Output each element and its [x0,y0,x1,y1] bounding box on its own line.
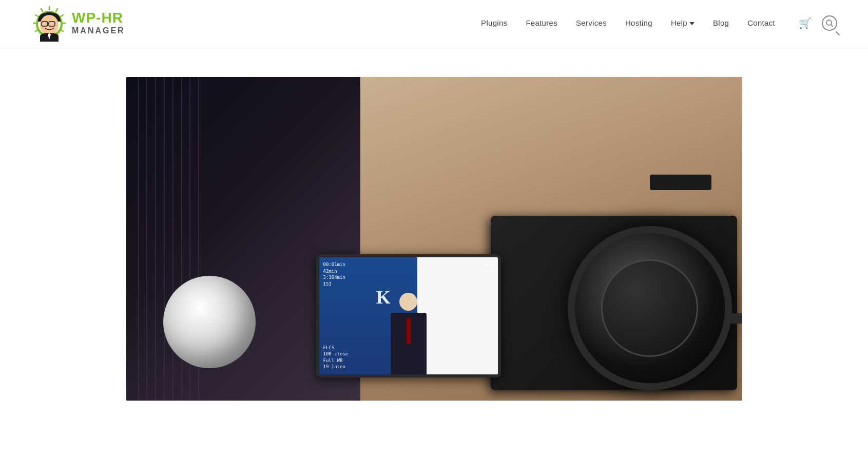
search-button[interactable] [822,15,837,31]
nav-services[interactable]: Services [576,18,607,27]
camera-lens-inner [575,233,725,383]
nav-features[interactable]: Features [526,18,557,27]
svg-line-6 [35,15,38,16]
logo-manager: MANAGER [72,26,125,35]
nav-plugins[interactable]: Plugins [481,18,507,27]
svg-line-17 [831,25,833,26]
nav-blog[interactable]: Blog [713,18,729,27]
person-head [399,293,417,311]
camera-scene: 00:01min 42min 3:104min 153 1920 50i 644… [126,77,742,401]
chevron-down-icon [689,22,695,25]
person-tie [407,318,411,344]
nav-icons: 🛒 [799,15,837,31]
camera-lens-ring [601,259,699,357]
white-sphere [163,276,256,368]
site-header: WP-HR MANAGER Plugins Features Services … [0,0,868,46]
cart-icon[interactable]: 🛒 [799,17,812,29]
camera-top-mount [650,175,711,190]
logo-icon [31,5,68,42]
main-nav: Plugins Features Services Hosting Help B… [481,15,837,31]
person-body [391,313,427,374]
nav-contact[interactable]: Contact [747,18,775,27]
camera-lens [568,226,732,390]
camera-viewfinder: 00:01min 42min 3:104min 153 1920 50i 644… [316,254,501,377]
svg-point-11 [40,15,59,35]
site-logo[interactable]: WP-HR MANAGER [31,5,125,42]
nav-hosting[interactable]: Hosting [625,18,652,27]
person-figure [385,293,432,374]
svg-line-1 [56,9,57,11]
main-content: 00:01min 42min 3:104min 153 1920 50i 644… [0,46,868,401]
svg-line-5 [41,9,43,11]
camera-rail [727,313,742,324]
hero-image: 00:01min 42min 3:104min 153 1920 50i 644… [126,77,742,401]
search-icon [826,20,833,27]
logo-wp-hr: WP-HR [72,10,125,26]
nav-help[interactable]: Help [671,18,695,27]
logo-text: WP-HR MANAGER [72,10,125,35]
svg-line-2 [61,15,63,16]
hero-container: 00:01min 42min 3:104min 153 1920 50i 644… [126,46,742,401]
